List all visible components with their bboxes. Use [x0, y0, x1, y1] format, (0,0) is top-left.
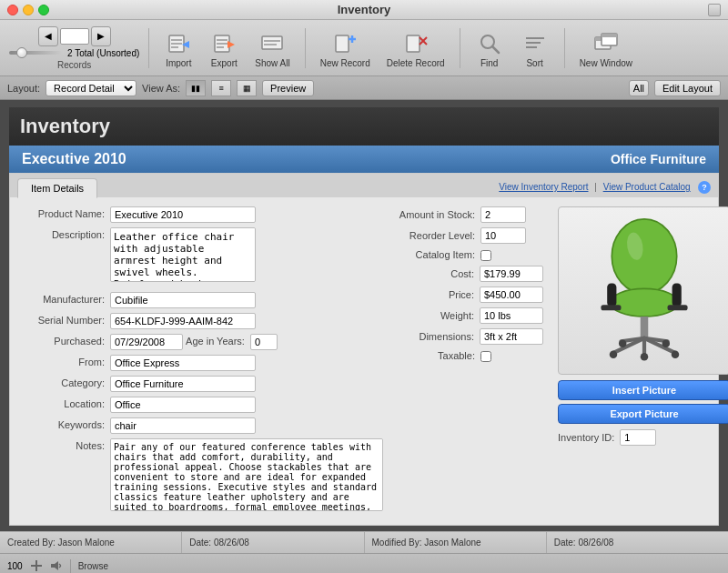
product-name-label: Product Name: — [23, 206, 105, 219]
svg-rect-7 — [217, 43, 228, 45]
maximize-button[interactable] — [38, 5, 49, 15]
serial-input[interactable] — [110, 313, 256, 329]
cost-row: Cost: — [398, 266, 543, 282]
nav-controls: ◀ 2 ▶ — [38, 26, 111, 46]
export-picture-button[interactable]: Export Picture — [558, 404, 728, 424]
show-all-label: Show All — [255, 58, 289, 68]
svg-rect-27 — [602, 34, 617, 37]
record-header: Executive 2010 Office Furniture — [9, 146, 719, 173]
next-record-button[interactable]: ▶ — [91, 26, 111, 46]
dimensions-label: Dimensions: — [398, 331, 474, 342]
reorder-input[interactable] — [480, 227, 526, 244]
import-icon — [164, 28, 193, 57]
catalog-label: Catalog Item: — [398, 249, 475, 260]
view-catalog-link[interactable]: View Product Catalog — [603, 182, 691, 192]
manufacturer-input[interactable] — [110, 292, 256, 308]
new-window-button[interactable]: New Window — [574, 25, 638, 72]
svg-rect-16 — [407, 35, 420, 52]
view-list-button[interactable]: ≡ — [211, 80, 231, 96]
export-icon — [209, 28, 238, 57]
all-button[interactable]: All — [629, 80, 649, 96]
minimize-button[interactable] — [23, 5, 34, 15]
catalog-checkbox[interactable] — [480, 250, 491, 261]
total-count: 2 Total (Unsorted) — [67, 48, 139, 58]
reorder-row: Reorder Level: — [398, 227, 543, 244]
weight-input[interactable] — [480, 307, 543, 324]
svg-marker-9 — [228, 41, 235, 48]
svg-rect-10 — [262, 36, 282, 49]
import-button[interactable]: Import — [158, 25, 198, 72]
edit-layout-button[interactable]: Edit Layout — [654, 80, 721, 96]
serial-label: Serial Number: — [23, 313, 105, 326]
resize-button[interactable] — [708, 4, 721, 16]
window-title: Inventory — [338, 3, 391, 16]
svg-rect-33 — [668, 305, 688, 310]
category-input[interactable] — [110, 376, 256, 392]
created-by-value: Jason Malone — [58, 538, 115, 548]
product-name-input[interactable] — [110, 206, 256, 223]
sort-button[interactable]: Sort — [515, 25, 555, 72]
weight-label: Weight: — [398, 310, 474, 321]
record-slider[interactable] — [9, 51, 64, 55]
help-icon[interactable]: ? — [698, 181, 711, 194]
purchased-input[interactable] — [110, 334, 183, 350]
record-number-input[interactable]: 2 — [60, 28, 89, 45]
delete-record-button[interactable]: Delete Record — [381, 25, 450, 72]
from-input[interactable] — [110, 355, 256, 371]
age-input[interactable] — [250, 334, 278, 350]
svg-rect-32 — [601, 305, 621, 310]
records-label: Records — [57, 60, 91, 70]
record-name: Executive 2010 — [22, 151, 126, 167]
view-table-button[interactable]: ▦ — [237, 80, 257, 96]
export-button[interactable]: Export — [204, 25, 244, 72]
insert-picture-button[interactable]: Insert Picture — [558, 380, 728, 400]
status-bar: Created By: Jason Malone Date: 08/26/08 … — [0, 531, 728, 553]
layout-select[interactable]: Record Detail — [46, 80, 136, 96]
tabs-row: Item Details View Inventory Report | Vie… — [10, 174, 718, 197]
purchased-row: Purchased: Age in Years: — [23, 334, 383, 350]
svg-rect-11 — [264, 40, 280, 42]
inventory-id-row: Inventory ID: — [558, 429, 728, 446]
report-sep: | — [594, 182, 597, 192]
date-label: Date: — [189, 538, 211, 548]
svg-point-44 — [641, 353, 649, 361]
chair-image — [567, 214, 722, 368]
layout-label: Layout: — [7, 83, 40, 94]
tab-item-details[interactable]: Item Details — [17, 178, 97, 198]
new-record-button[interactable]: New Record — [315, 25, 376, 72]
amount-input[interactable] — [480, 206, 526, 223]
amount-label: Amount in Stock: — [398, 209, 475, 220]
view-form-button[interactable]: ▮▮ — [186, 80, 206, 96]
view-inventory-link[interactable]: View Inventory Report — [499, 182, 588, 192]
cost-label: Cost: — [398, 268, 474, 279]
svg-point-29 — [611, 288, 679, 317]
svg-point-28 — [612, 218, 676, 293]
close-button[interactable] — [7, 5, 18, 15]
taxable-checkbox[interactable] — [480, 351, 491, 362]
created-by-cell: Created By: Jason Malone — [0, 532, 182, 553]
price-input[interactable] — [480, 286, 543, 303]
description-input[interactable]: Leather office chair with adjustable arm… — [110, 227, 256, 282]
keywords-label: Keywords: — [23, 417, 105, 430]
manufacturer-row: Manufacturer: — [23, 292, 383, 308]
show-all-button[interactable]: Show All — [249, 25, 295, 72]
prev-record-button[interactable]: ◀ — [38, 26, 58, 46]
svg-rect-12 — [264, 44, 277, 45]
inventory-id-input[interactable] — [620, 429, 656, 446]
app-title: Inventory — [20, 115, 110, 137]
svg-rect-31 — [672, 283, 682, 307]
preview-button[interactable]: Preview — [262, 80, 314, 96]
location-input[interactable] — [110, 397, 256, 413]
find-button[interactable]: Find — [470, 25, 510, 72]
form-image-col: Insert Picture Export Picture Inventory … — [558, 206, 728, 516]
dimensions-input[interactable] — [480, 328, 543, 345]
right-col: Amount in Stock: Reorder Level: Catalog … — [398, 206, 543, 516]
keywords-input[interactable] — [110, 417, 256, 434]
dimensions-row: Dimensions: — [398, 328, 543, 345]
cost-input[interactable] — [480, 266, 543, 282]
notes-input[interactable]: Pair any of our featured conference tabl… — [110, 438, 383, 511]
toolbar-sep-1 — [148, 28, 149, 68]
content-panel: Item Details View Inventory Report | Vie… — [9, 173, 719, 526]
price-row: Price: — [398, 286, 543, 303]
category-label: Category: — [23, 376, 105, 388]
